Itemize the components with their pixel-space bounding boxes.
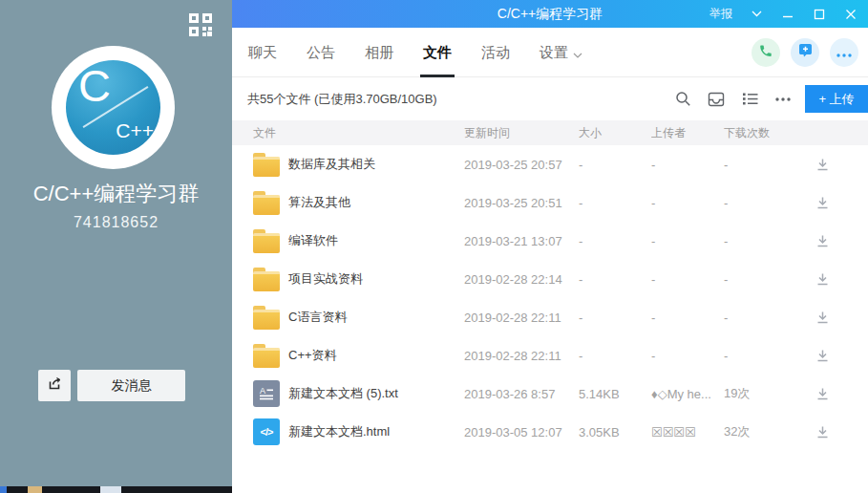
- file-updated: 2019-03-05 12:07: [464, 425, 579, 439]
- files-table-header: 文件 更新时间 大小 上传者 下载次数: [232, 120, 868, 145]
- file-size: -: [579, 196, 651, 210]
- window-titlebar: C/C++编程学习群 举报: [232, 0, 868, 28]
- file-downloads: -: [724, 196, 808, 210]
- tab-announcement[interactable]: 公告: [305, 29, 337, 76]
- file-name[interactable]: C++资料: [288, 347, 337, 364]
- qq-group-window: C C++ C/C++编程学习群 741818652 发消息: [0, 0, 868, 493]
- tab-label: 公告: [307, 44, 335, 62]
- share-icon: [47, 375, 63, 396]
- create-discussion-button[interactable]: [791, 38, 819, 67]
- file-size: 3.05KB: [579, 425, 651, 439]
- file-updated: 2019-03-25 20:51: [464, 196, 579, 210]
- column-header-time: 更新时间: [464, 125, 579, 141]
- file-uploader: -: [651, 272, 724, 287]
- column-header-uploader: 上传者: [651, 125, 724, 141]
- files-summary: 共55个文件 (已使用3.70GB/10GB): [247, 91, 437, 108]
- file-updated: 2019-03-25 20:57: [464, 158, 579, 172]
- group-tabs: 聊天 公告 相册 文件 活动 设置: [232, 28, 868, 77]
- tab-album[interactable]: 相册: [363, 29, 395, 76]
- file-downloads: -: [724, 349, 808, 363]
- taskbar-fragment: [0, 486, 7, 493]
- download-icon[interactable]: [814, 156, 831, 173]
- file-size: -: [579, 349, 651, 363]
- file-name[interactable]: 新建文本文档 (5).txt: [288, 385, 398, 402]
- taskbar-fragment: [28, 486, 42, 493]
- group-avatar: C C++: [52, 46, 175, 169]
- tab-label: 聊天: [248, 44, 277, 62]
- file-downloads: -: [724, 311, 808, 325]
- file-name[interactable]: 编译软件: [288, 232, 338, 249]
- folder-icon: [253, 310, 280, 330]
- tab-label: 设置: [540, 44, 568, 62]
- download-icon[interactable]: [814, 423, 831, 440]
- tab-label: 相册: [365, 44, 393, 62]
- table-row[interactable]: A 新建文本文档 (5).txt 2019-03-26 8:57 5.14KB …: [232, 375, 868, 413]
- tab-chat[interactable]: 聊天: [246, 29, 279, 76]
- table-row[interactable]: 数据库及其相关 2019-03-25 20:57 - - -: [232, 145, 868, 183]
- more-options-icon[interactable]: [774, 91, 792, 108]
- chat-plus-icon: [797, 43, 814, 62]
- file-updated: 2019-02-28 22:11: [464, 349, 579, 363]
- file-size: -: [579, 311, 651, 325]
- maximize-button[interactable]: [812, 7, 827, 22]
- tab-label: 活动: [481, 44, 510, 62]
- file-uploader: -: [651, 311, 724, 325]
- search-icon[interactable]: [674, 91, 691, 108]
- send-message-label: 发消息: [112, 377, 152, 395]
- upload-button[interactable]: + 上传: [805, 85, 868, 113]
- download-icon[interactable]: [814, 309, 831, 326]
- file-downloads: 19次: [724, 385, 808, 402]
- file-name[interactable]: 项目实战资料: [288, 270, 363, 288]
- file-updated: 2019-02-28 22:11: [464, 311, 579, 325]
- file-name[interactable]: 新建文本文档.html: [288, 423, 390, 440]
- upload-button-label: + 上传: [818, 91, 854, 108]
- report-button[interactable]: 举报: [709, 6, 732, 22]
- folder-icon: [253, 271, 280, 291]
- table-row[interactable]: 算法及其他 2019-03-25 20:51 - - -: [232, 183, 868, 222]
- file-name[interactable]: 算法及其他: [288, 194, 350, 211]
- logo-cpp-text: C++: [116, 119, 154, 142]
- chevron-down-icon[interactable]: [749, 7, 764, 22]
- file-size: 5.14KB: [579, 387, 651, 401]
- file-updated: 2019-03-21 13:07: [464, 234, 579, 248]
- minimize-button[interactable]: [780, 7, 795, 22]
- file-updated: 2019-02-28 22:14: [464, 272, 579, 287]
- chevron-down-icon: [573, 45, 582, 61]
- tab-settings[interactable]: 设置: [538, 29, 584, 76]
- files-toolbar: 共55个文件 (已使用3.70GB/10GB): [232, 77, 868, 120]
- group-profile-sidebar: C C++ C/C++编程学习群 741818652 发消息: [0, 0, 232, 486]
- group-number: 741818652: [0, 214, 232, 231]
- file-uploader: -: [651, 158, 724, 172]
- file-name[interactable]: 数据库及其相关: [288, 156, 375, 173]
- send-message-button[interactable]: 发消息: [77, 370, 185, 401]
- file-downloads: -: [724, 272, 808, 287]
- list-view-icon[interactable]: [741, 91, 758, 108]
- download-icon[interactable]: [814, 347, 831, 364]
- file-size: -: [579, 272, 651, 287]
- table-row[interactable]: </> 新建文本文档.html 2019-03-05 12:07 3.05KB …: [232, 413, 868, 451]
- close-button[interactable]: [843, 7, 858, 22]
- download-icon[interactable]: [814, 194, 831, 211]
- file-uploader: ☒☒☒☒: [651, 425, 724, 439]
- table-row[interactable]: 编译软件 2019-03-21 13:07 - - -: [232, 222, 868, 260]
- more-actions-button[interactable]: [830, 38, 858, 67]
- share-button[interactable]: [38, 370, 71, 401]
- code-glyph: </>: [261, 426, 273, 438]
- group-files-panel: C/C++编程学习群 举报 聊天 公告 相册: [232, 0, 868, 493]
- table-row[interactable]: C++资料 2019-02-28 22:11 - - -: [232, 336, 868, 375]
- download-icon[interactable]: [814, 385, 831, 402]
- download-icon[interactable]: [814, 270, 831, 288]
- tab-activity[interactable]: 活动: [479, 29, 512, 76]
- file-downloads: -: [724, 158, 808, 172]
- table-row[interactable]: C语言资料 2019-02-28 22:11 - - -: [232, 298, 868, 336]
- table-row[interactable]: 项目实战资料 2019-02-28 22:14 - - -: [232, 260, 868, 298]
- file-name[interactable]: C语言资料: [288, 309, 347, 326]
- voice-call-button[interactable]: [752, 38, 780, 67]
- folder-icon: [253, 348, 280, 368]
- download-icon[interactable]: [814, 232, 831, 249]
- file-uploader: -: [651, 234, 724, 248]
- group-name: C/C++编程学习群: [0, 180, 232, 208]
- download-inbox-icon[interactable]: [708, 91, 725, 108]
- tab-files[interactable]: 文件: [421, 29, 454, 76]
- qr-code-icon[interactable]: [187, 11, 214, 38]
